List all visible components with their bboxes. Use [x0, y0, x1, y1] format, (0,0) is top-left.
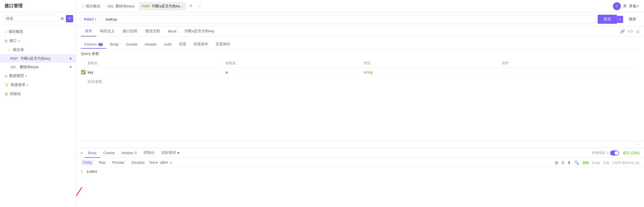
post-hotkey-dot	[70, 58, 71, 59]
response-section: ▾ Body Cookie Header 3 控制台 实际请求 校验响应 ℹ 成…	[76, 148, 644, 207]
sidebar-del-hotkeya-label: 删除热keya	[20, 64, 38, 70]
tab-post-method: POST	[142, 5, 150, 8]
tab-del-label: 删除热keya	[116, 4, 134, 9]
code-area: 1 isHot	[76, 167, 644, 207]
download-code-icon[interactable]: ⬇	[567, 160, 571, 165]
send-arrow-button[interactable]: ▾	[617, 16, 623, 23]
app-title: 接口管理	[0, 3, 76, 9]
status-code: 200	[582, 161, 589, 165]
format-visualize[interactable]: Visualize	[129, 160, 147, 165]
collapse-icon[interactable]: ▾	[81, 151, 83, 155]
search-code-icon[interactable]: ⊞	[555, 160, 558, 165]
find-code-icon[interactable]: 🔍	[574, 160, 579, 165]
charset-select[interactable]: utf8 ▾	[160, 161, 168, 165]
post-method-tag: POST	[9, 57, 19, 61]
param-tab-pre-op[interactable]: 前置操作	[190, 40, 212, 49]
param-tab-params[interactable]: Params 1	[81, 40, 106, 49]
trash-icon: 🗑	[5, 92, 8, 96]
charset-chevron-icon: ▾	[166, 161, 168, 165]
tab-del-hotkeya[interactable]: DEL 删除热keya	[104, 2, 138, 10]
param-key-value[interactable]: a	[225, 70, 363, 74]
tab-request[interactable]: 请求	[81, 26, 96, 36]
data-model-icon: ◎	[5, 74, 8, 78]
code-icon[interactable]: </>	[628, 29, 633, 34]
param-key-name[interactable]: key	[88, 70, 225, 74]
tab-api-desc[interactable]: 接口说明	[119, 26, 141, 36]
root-folder-icon: ∟	[8, 48, 11, 52]
param-tab-body[interactable]: Body	[107, 40, 122, 49]
red-arrow-indicator	[76, 184, 88, 204]
tab-overview[interactable]: □ 项目概览	[79, 2, 104, 10]
resp-tab-cookie[interactable]: Cookie	[100, 148, 118, 158]
tab-preview-doc[interactable]: 预览文档	[141, 26, 164, 36]
tab-response-def[interactable]: 响应定义	[96, 26, 119, 36]
resp-tab-console[interactable]: 控制台	[140, 148, 158, 158]
method-select[interactable]: POST ▾	[81, 15, 99, 23]
format-raw[interactable]: Raw	[96, 160, 108, 165]
filter-icon[interactable]: ⚙	[60, 16, 64, 21]
param-tab-post-op[interactable]: 后置操作	[212, 40, 234, 49]
tab-post-label: 判断a是否为热ke...	[152, 4, 183, 9]
sidebar-item-api[interactable]: ⊞ 接口 ▾	[0, 36, 76, 45]
tab-overview-label: 项目概览	[86, 4, 100, 9]
sidebar-api-label: 接口	[9, 38, 17, 43]
query-section-title: Query 参数	[81, 51, 639, 56]
resp-tab-actual-request[interactable]: 实际请求	[158, 148, 183, 158]
resp-tab-header[interactable]: Header 3	[118, 148, 140, 158]
tab-hotkey-check[interactable]: 判断a是否为热key	[181, 26, 218, 36]
tab-mock[interactable]: Mock	[164, 27, 181, 36]
sidebar-item-data-model[interactable]: ◎ 数据模型 ▸	[0, 71, 76, 80]
del-hotkeya-dot	[70, 66, 71, 68]
sidebar-trash-label: 回收站	[10, 91, 21, 96]
param-tab-settings[interactable]: 设置	[175, 40, 190, 49]
encoding-label: Text	[149, 161, 155, 165]
share-icon[interactable]: ◎	[636, 29, 639, 34]
sidebar-item-trash[interactable]: 🗑 回收站	[0, 89, 76, 98]
validate-toggle-switch[interactable]	[610, 150, 619, 156]
format-preview[interactable]: Preview	[110, 160, 127, 165]
param-check-icon[interactable]: ✅	[81, 70, 88, 74]
resp-tab-body[interactable]: Body	[85, 148, 100, 158]
top-bar: 接口管理 □ 项目概览 DEL 删除热keya POST 判断a是否为热ke..…	[0, 0, 644, 12]
table-row: ✅ key a string	[81, 68, 639, 77]
sidebar-item-post-hotkey[interactable]: POST 判断a是否为热key	[0, 54, 76, 63]
send-button[interactable]: 发送	[598, 15, 617, 24]
quick-request-expand-icon: ▸	[27, 83, 29, 87]
copy-code-icon[interactable]: ⎘	[562, 160, 564, 165]
actual-request-dot	[177, 152, 179, 154]
code-content-1: isHot	[86, 170, 97, 174]
save-button[interactable]: 保存	[625, 15, 639, 23]
link-icon[interactable]: 🔗	[620, 29, 625, 34]
param-tab-auth[interactable]: Auth	[161, 40, 175, 49]
overview-icon: □	[82, 4, 84, 8]
quick-request-icon: ⚡	[5, 83, 9, 87]
status-size: 5 B	[603, 161, 609, 165]
add-api-button[interactable]: +	[66, 15, 73, 22]
open-button[interactable]: 开	[623, 4, 627, 9]
col-value: 参数值	[225, 61, 363, 66]
param-tab-cookie[interactable]: Cookie	[123, 40, 141, 49]
api-nav-icon: ⊞	[5, 39, 8, 43]
validate-label: 校验响应	[592, 150, 606, 155]
validate-toggle: 校验响应 ℹ	[592, 150, 619, 156]
url-input[interactable]	[102, 15, 595, 23]
encoding-chevron-icon: ▾	[156, 161, 158, 165]
request-tabs: 请求 响应定义 接口说明 预览文档 Mock 判断a是否为热key 🔗 </> …	[76, 26, 644, 36]
col-name: 参数名	[88, 61, 225, 66]
dev-button[interactable]: 开发✓	[629, 4, 639, 9]
add-param-button[interactable]: 添加参数	[81, 77, 639, 87]
sidebar-item-quick-request[interactable]: ⚡ 快捷请求 ▸	[0, 80, 76, 89]
sidebar-item-root[interactable]: ∟ 根目录	[0, 45, 76, 54]
format-pretty[interactable]: Pretty	[81, 160, 94, 165]
sidebar-data-model-label: 数据模型	[9, 73, 24, 78]
param-tab-header[interactable]: Header	[141, 40, 160, 49]
search-input[interactable]	[3, 15, 59, 22]
tab-more-button[interactable]: ···	[195, 2, 203, 10]
sidebar-item-overview[interactable]: □ 项目概览	[0, 27, 76, 36]
tab-post-hotkey[interactable]: POST 判断a是否为热ke...	[138, 2, 187, 10]
tab-add-button[interactable]: +	[187, 2, 195, 10]
sidebar-item-del-hotkeya[interactable]: DEL 删除热keya	[0, 63, 76, 71]
tab-icons: 🔗 </> ◎	[620, 29, 639, 34]
encoding-select[interactable]: Text ▾	[149, 161, 158, 165]
wrap-icon[interactable]: ≡	[170, 161, 172, 165]
